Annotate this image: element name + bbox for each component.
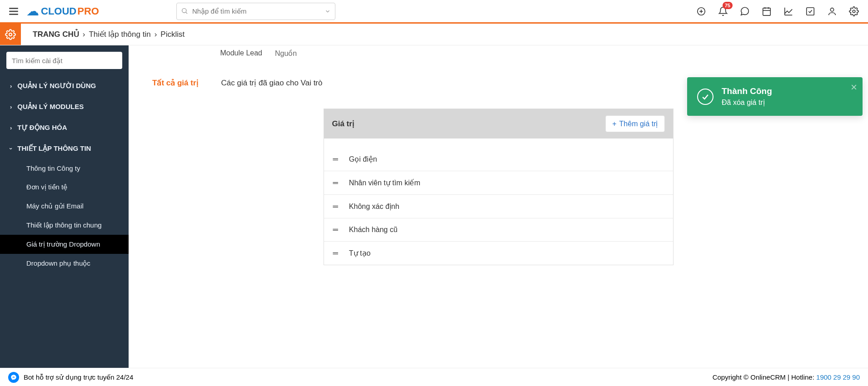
values-table: Giá trị + Thêm giá trị ═ Gọi điện ═ Nhân… [324, 109, 673, 265]
user-icon[interactable] [827, 6, 837, 16]
settings-button[interactable] [0, 24, 21, 45]
svg-point-3 [182, 8, 186, 12]
add-value-button[interactable]: + Thêm giá trị [605, 115, 664, 132]
cloud-icon: ☁ [26, 4, 39, 19]
value-label: Khách hàng cũ [349, 226, 398, 234]
dropdown-value: Nguồn [275, 49, 297, 58]
breadcrumb-level2[interactable]: Picklist [160, 30, 185, 39]
check-icon[interactable] [805, 6, 815, 16]
value-label: Không xác định [349, 202, 399, 211]
search-icon [181, 7, 188, 16]
settings-sidebar: › QUẢN LÝ NGƯỜI DÙNG › QUẢN LÝ MODULES ›… [0, 45, 129, 368]
breadcrumb: TRANG CHỦ › Thiết lập thông tin › Pickli… [21, 24, 185, 45]
value-label: Tự tạo [349, 249, 371, 257]
success-toast: Thành Công Đã xóa giá trị × [687, 77, 863, 116]
global-search [176, 3, 335, 20]
table-header-label: Giá trị [332, 119, 354, 129]
sidebar-section-label: QUẢN LÝ MODULES [17, 103, 84, 111]
field-selector-label: Module Lead [142, 49, 269, 57]
check-circle-icon [697, 89, 713, 105]
breadcrumb-home[interactable]: TRANG CHỦ [33, 30, 79, 39]
logo[interactable]: ☁ CLOUDPRO [26, 4, 99, 19]
chevron-down-icon: › [8, 148, 15, 149]
field-selector-dropdown[interactable]: Nguồn [269, 46, 397, 60]
bell-icon[interactable]: 75 [718, 6, 728, 16]
value-label: Gọi điện [349, 155, 377, 163]
messenger-icon[interactable] [8, 372, 19, 383]
sidebar-section-settings[interactable]: › THIẾT LẬP THÔNG TIN [0, 138, 129, 159]
sidebar-item-general-settings[interactable]: Thiết lập thông tin chung [0, 216, 129, 235]
svg-rect-8 [763, 8, 771, 15]
sidebar-item-company-info[interactable]: Thông tin Công ty [0, 159, 129, 178]
svg-line-4 [186, 12, 187, 14]
add-icon[interactable] [696, 6, 706, 16]
breadcrumb-level1[interactable]: Thiết lập thông tin [89, 30, 150, 39]
calendar-icon[interactable] [762, 6, 772, 16]
topbar-actions: 75 [696, 6, 863, 16]
field-selector-row: Module Lead Nguồn [129, 45, 868, 69]
main-content: Module Lead Nguồn Tất cả giá trị Các giá… [129, 45, 868, 368]
table-row[interactable]: ═ Tự tạo [324, 241, 673, 265]
settings-icon[interactable] [849, 6, 859, 16]
sidebar-search-input[interactable] [6, 52, 122, 69]
sidebar-section-automation[interactable]: › TỰ ĐỘNG HÓA [0, 117, 129, 138]
drag-handle-icon[interactable]: ═ [333, 203, 338, 211]
table-row[interactable]: ═ Khách hàng cũ [324, 218, 673, 241]
chevron-right-icon: › [155, 30, 157, 39]
chevron-right-icon: › [10, 124, 12, 131]
drag-handle-icon[interactable]: ═ [333, 179, 338, 187]
table-row[interactable]: ═ Không xác định [324, 194, 673, 218]
close-icon[interactable]: × [851, 81, 857, 94]
drag-handle-icon[interactable]: ═ [333, 249, 338, 257]
footer-phone[interactable]: 1900 29 29 90 [816, 373, 860, 381]
svg-point-15 [830, 8, 833, 11]
chevron-down-icon[interactable] [324, 8, 331, 16]
chevron-right-icon: › [10, 104, 12, 110]
sidebar-item-currency[interactable]: Đơn vị tiền tệ [0, 178, 129, 197]
values-table-body: ═ Gọi điện ═ Nhân viên tự tìm kiếm ═ Khô… [324, 148, 673, 265]
breadcrumb-row: TRANG CHỦ › Thiết lập thông tin › Pickli… [0, 24, 868, 45]
toast-message: Đã xóa giá trị [722, 98, 772, 107]
sidebar-item-dependent-dropdown[interactable]: Dropdown phụ thuộc [0, 254, 129, 273]
topbar: ☁ CLOUDPRO 75 [0, 0, 868, 24]
sidebar-section-label: TỰ ĐỘNG HÓA [17, 124, 67, 132]
sidebar-section-modules[interactable]: › QUẢN LÝ MODULES [0, 96, 129, 117]
hamburger-menu[interactable] [5, 2, 23, 20]
sidebar-section-users[interactable]: › QUẢN LÝ NGƯỜI DÙNG [0, 75, 129, 96]
sidebar-item-email-server[interactable]: Máy chủ gửi Email [0, 197, 129, 216]
chevron-right-icon: › [10, 83, 12, 89]
drag-handle-icon[interactable]: ═ [333, 155, 338, 163]
table-row[interactable]: ═ Nhân viên tự tìm kiếm [324, 171, 673, 194]
toast-title: Thành Công [722, 86, 772, 96]
chart-icon[interactable] [783, 6, 793, 16]
chevron-right-icon: › [83, 30, 85, 39]
sidebar-item-dropdown-values[interactable]: Giá trị trường Dropdown [0, 235, 129, 254]
sidebar-section-label: QUẢN LÝ NGƯỜI DÙNG [17, 82, 96, 90]
add-button-label: Thêm giá trị [619, 119, 658, 128]
svg-rect-14 [807, 7, 814, 15]
svg-point-17 [9, 33, 12, 36]
tab-role-values[interactable]: Các giá trị đã giao cho Vai trò [221, 78, 323, 90]
footer-copyright: Copyright © OnlineCRM | Hotline: [713, 373, 816, 381]
svg-point-16 [853, 10, 855, 13]
notification-badge: 75 [723, 2, 733, 9]
drag-handle-icon[interactable]: ═ [333, 226, 338, 234]
tab-all-values[interactable]: Tất cả giá trị [152, 78, 199, 90]
sidebar-section-label: THIẾT LẬP THÔNG TIN [17, 144, 91, 153]
footer: Bot hỗ trợ sử dụng trực tuyến 24/24 Copy… [0, 368, 868, 386]
footer-bot-text: Bot hỗ trợ sử dụng trực tuyến 24/24 [24, 373, 133, 381]
plus-icon: + [612, 120, 616, 128]
table-row[interactable]: ═ Gọi điện [324, 148, 673, 171]
global-search-input[interactable] [176, 3, 335, 20]
value-label: Nhân viên tự tìm kiếm [349, 178, 420, 187]
chat-icon[interactable] [740, 6, 750, 16]
